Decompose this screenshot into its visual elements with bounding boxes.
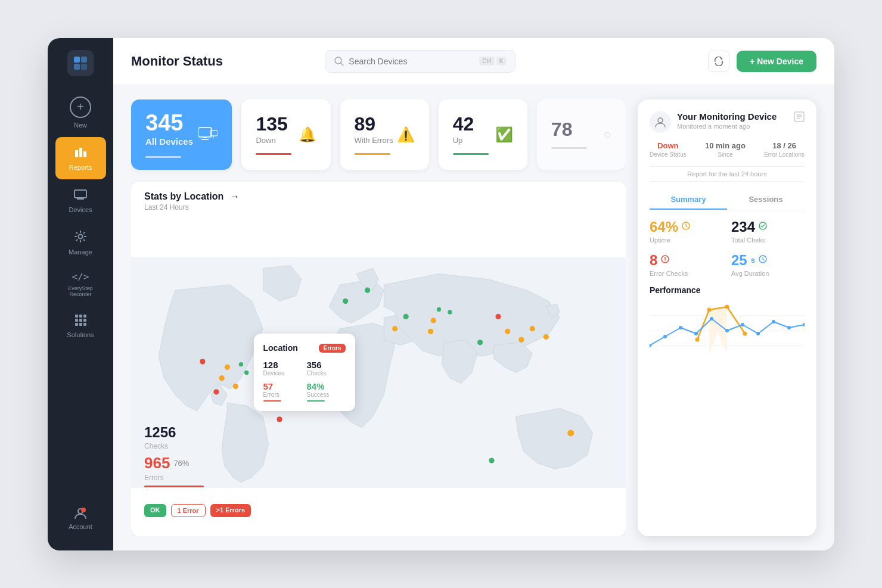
svg-point-83 (741, 323, 744, 326)
stat-down-line (256, 153, 291, 155)
stat-card-up[interactable]: 42 Up ✅ (439, 99, 527, 170)
svg-point-74 (707, 307, 712, 312)
legend-1error[interactable]: 1 Error (171, 504, 206, 517)
svg-rect-14 (75, 319, 78, 322)
device-card: Your Monitoring Device Monitored a momen… (638, 99, 816, 536)
map-errors-number: 965 (144, 454, 170, 472)
sidebar-item-account[interactable]: Account (55, 498, 106, 539)
stat-other-content: 78 (551, 120, 587, 149)
new-icon: + (70, 97, 91, 118)
avg-duration-unit: s (751, 256, 755, 265)
search-bar[interactable]: Ctrl K (325, 50, 515, 73)
left-panel: 345 All Devices (131, 99, 626, 536)
svg-point-55 (239, 362, 243, 366)
svg-point-42 (225, 364, 230, 369)
svg-point-56 (244, 370, 249, 374)
total-checks-label: Total Cheks (731, 237, 805, 244)
popup-devices-stat: 128 Devices (263, 360, 302, 377)
stat-all-label: All Devices (145, 136, 193, 147)
map-section: Stats by Location → Last 24 Hours (131, 182, 626, 536)
refresh-button[interactable] (708, 51, 729, 72)
sidebar-item-everystep[interactable]: </> EveryStep Recorder (55, 264, 106, 306)
stats-row: 345 All Devices (131, 99, 626, 170)
sidebar-item-solutions[interactable]: Solutions (55, 306, 106, 347)
stat-up-number: 42 (453, 114, 489, 133)
map-title[interactable]: Stats by Location → (144, 191, 613, 202)
avg-duration-value: 25 (731, 252, 747, 269)
svg-point-85 (772, 320, 775, 323)
uptime-icon (682, 222, 690, 232)
metric-error-checks: 8 Error Checks (650, 252, 723, 277)
legend-more-errors[interactable]: >1 Errors (210, 504, 251, 517)
stat-down-number: 135 (256, 114, 291, 133)
stat-down-content: 135 Down (256, 114, 291, 155)
stat-up-label: Up (453, 136, 489, 145)
popup-grid: 128 Devices 356 Checks 57 Errors (263, 360, 346, 402)
svg-point-10 (79, 234, 83, 238)
errors-divider (263, 400, 281, 402)
sidebar-item-reports[interactable]: Reports (55, 137, 106, 179)
tab-sessions[interactable]: Sessions (727, 190, 805, 210)
sidebar-item-manage[interactable]: Manage (55, 222, 106, 264)
device-status-value: Down (650, 141, 687, 150)
sidebar-item-devices[interactable]: Devices (55, 179, 106, 222)
stat-all-icon (198, 125, 218, 144)
device-since-label: Since (705, 151, 746, 158)
legend-ok[interactable]: OK (144, 504, 166, 517)
main-content: Monitor Status Ctrl K (113, 38, 834, 550)
content-area: 345 All Devices (113, 85, 834, 550)
stat-card-all-devices[interactable]: 345 All Devices (131, 99, 232, 170)
popup-devices-val: 128 (263, 360, 302, 370)
header: Monitor Status Ctrl K (113, 38, 834, 85)
uptime-value: 64% (650, 219, 678, 235)
report-period: Report for the last 24 hours (650, 166, 805, 182)
circle-icon: ○ (604, 127, 611, 142)
svg-rect-3 (81, 64, 87, 70)
total-checks-value: 234 (731, 219, 755, 235)
map-checks-number: 1256 (144, 424, 204, 441)
popup-errors-label: Errors (263, 391, 302, 398)
svg-point-51 (431, 318, 436, 323)
code-icon: </> (72, 272, 89, 282)
search-input[interactable] (349, 57, 474, 66)
account-notification-dot (81, 508, 86, 512)
device-edit-button[interactable] (794, 111, 805, 125)
new-device-button[interactable]: + New Device (737, 51, 816, 72)
devices-icon (74, 188, 87, 203)
duration-icon (759, 255, 767, 265)
stat-card-other[interactable]: 78 ○ (537, 99, 626, 170)
popup-errors-badge: Errors (319, 344, 345, 353)
svg-rect-11 (75, 315, 78, 318)
svg-point-84 (756, 332, 760, 335)
device-card-header: Your Monitoring Device Monitored a momen… (650, 111, 805, 133)
svg-rect-18 (79, 323, 82, 326)
stat-errors-line (355, 153, 390, 155)
device-name: Your Monitoring Device (677, 111, 788, 122)
account-icon-wrap (74, 506, 87, 519)
svg-rect-4 (75, 150, 78, 157)
popup-success-label: Success (307, 391, 346, 398)
stat-down-label: Down (256, 136, 291, 145)
stat-card-errors[interactable]: 89 With Errors ⚠️ (340, 99, 429, 170)
device-error-locations-value: 18 / 26 (764, 141, 805, 150)
bell-icon: 🔔 (299, 126, 316, 143)
stat-card-down[interactable]: 135 Down 🔔 (241, 99, 330, 170)
svg-point-44 (428, 328, 433, 334)
device-avatar (650, 111, 671, 133)
svg-rect-23 (198, 127, 212, 137)
device-monitored-time: Monitored a moment ago (677, 123, 788, 130)
popup-header: Location Errors (263, 343, 346, 353)
svg-point-73 (695, 337, 700, 341)
warning-icon: ⚠️ (397, 126, 415, 143)
svg-point-37 (403, 313, 409, 319)
sidebar-item-new[interactable]: + New (55, 88, 106, 137)
tab-summary[interactable]: Summary (650, 190, 727, 210)
svg-point-38 (477, 340, 483, 345)
popup-success-stat: 84% Success (307, 381, 346, 402)
sidebar-item-solutions-label: Solutions (67, 331, 94, 338)
svg-point-53 (448, 310, 452, 314)
svg-point-47 (530, 326, 535, 331)
map-errors-label: Errors (144, 474, 204, 482)
metric-avg-row: 25 s (731, 252, 805, 269)
device-status-row: Down Device Status 10 min ago Since 18 /… (650, 141, 805, 158)
